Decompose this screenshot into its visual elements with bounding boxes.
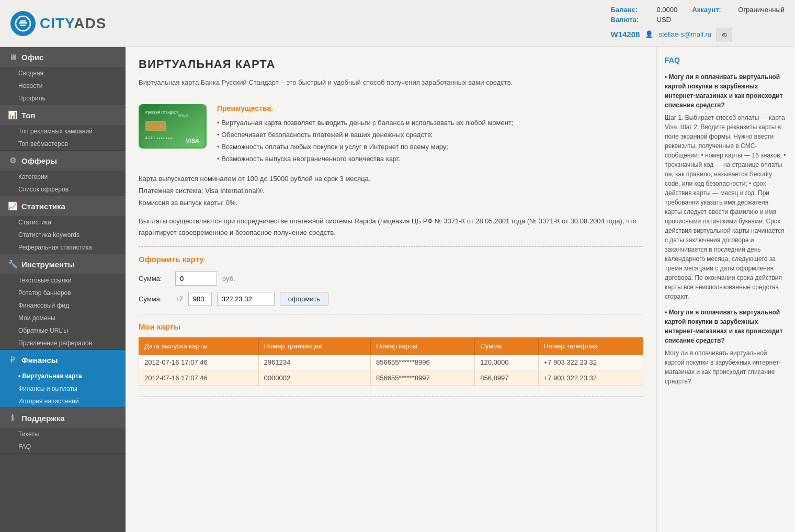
table-cell: 2012-07-16 17:07:46	[139, 354, 259, 370]
table-cell: 120,0000	[475, 354, 538, 370]
sidebar-item-referral-statistics[interactable]: Реферальная статистика	[0, 241, 126, 254]
form-row-amount: Сумма: руб.	[139, 271, 643, 286]
header: CITYADS Баланс: 0.0000 Аккаунт: Ограниче…	[0, 0, 795, 47]
sidebar-item-referrals[interactable]: Привлечение рефералов	[0, 337, 126, 349]
phone-prefix: +7	[175, 295, 183, 303]
statistics-icon: 📈	[8, 201, 17, 211]
office-icon: 🖥	[8, 52, 17, 62]
advantage-item: Виртуальная карта позволяет выводить ден…	[217, 117, 513, 129]
table-cell: 856655******8996	[370, 354, 474, 370]
separator-2	[139, 246, 643, 247]
sidebar-item-tickets[interactable]: Тикеты	[0, 428, 126, 440]
advantages-title: Преимущества.	[217, 104, 513, 112]
sidebar-item-statistics-keywords[interactable]: Статистика keywords	[0, 229, 126, 241]
currency-value: USD	[657, 16, 671, 24]
logo-area: CITYADS	[10, 11, 611, 36]
svg-text:Русский Стандарт: Русский Стандарт	[145, 110, 178, 115]
form-row-phone: Сумма: +7 оформить	[139, 292, 643, 306]
page-subtitle: Виртуальная карта Банка Русский Стандарт…	[139, 77, 643, 88]
table-cell: 856,8997	[475, 370, 538, 386]
support-label: Поддержка	[21, 414, 65, 423]
sidebar-item-faq[interactable]: FAQ	[0, 440, 126, 453]
statistics-label: Статистика	[21, 202, 65, 211]
card-info: Карта выпускается номиналом от 100 до 15…	[139, 173, 643, 209]
logo-text: CITYADS	[40, 15, 106, 32]
table-row: 2012-07-16 17:07:462961234856655******89…	[139, 354, 643, 370]
sidebar-item-top-campaigns[interactable]: Топ рекламных кампаний	[0, 125, 126, 138]
sidebar-section-offers: ⚙ Офферы Категории Список офферов	[0, 151, 126, 196]
faq-title: FAQ	[665, 55, 787, 66]
my-cards-title: Мои карты	[139, 322, 643, 331]
advantages-section: Русский Стандарт 4111 •••• •••• VISA Vir…	[139, 104, 643, 165]
table-header-cell: Сумма	[475, 337, 538, 354]
sidebar-section-support: ℹ Поддержка Тикеты FAQ	[0, 408, 126, 454]
sidebar-item-top-webmasters[interactable]: Топ вебмастеров	[0, 138, 126, 150]
balance-label: Баланс:	[611, 6, 653, 14]
sidebar-item-banner-rotator[interactable]: Ротатор баннеров	[0, 287, 126, 299]
advantage-item: Возможность выпуска неограниченного коли…	[217, 153, 513, 165]
sidebar-section-tools: 🔧 Инструменты Текстовые ссылки Ротатор б…	[0, 254, 126, 350]
table-header-cell: Дата выпуска карты	[139, 337, 259, 354]
advantages-list: Виртуальная карта позволяет выводить ден…	[217, 117, 513, 165]
page-title: ВИРТУАЛЬНАЯ КАРТА	[139, 58, 643, 71]
user-email-link[interactable]: stellae-s@mail.ru	[658, 30, 711, 38]
table-row: 2012-07-16 17:07:460000002856655******89…	[139, 370, 643, 386]
top-label: Топ	[21, 111, 35, 120]
logo-icon	[10, 11, 36, 36]
faq-answer: Шаг 1. Выбирает способ оплаты — карта Vi…	[665, 113, 787, 301]
tools-icon: 🔧	[8, 259, 17, 269]
sidebar-item-news[interactable]: Новости	[0, 80, 126, 92]
sidebar-item-text-links[interactable]: Текстовые ссылки	[0, 274, 126, 287]
svg-text:4111 •••• ••••: 4111 •••• ••••	[145, 136, 173, 140]
sidebar-item-accrual-history[interactable]: История начислений	[0, 395, 126, 408]
submit-card-button[interactable]: оформить	[280, 292, 328, 306]
advantage-item: Возможность оплаты любых покупок и услуг…	[217, 141, 513, 153]
faq-question: • Могу ли я оплачивать виртуальной карто…	[665, 308, 787, 345]
svg-rect-2	[20, 20, 26, 22]
sidebar-item-financial-feed[interactable]: Финансовый фид	[0, 299, 126, 312]
table-header-cell: Номер транзакции	[258, 337, 370, 354]
order-card-title: Оформить карту	[139, 255, 643, 264]
form-sum-label: Сумма:	[139, 275, 170, 282]
logout-icon: ⎋	[722, 30, 726, 39]
account-label: Аккаунт:	[692, 6, 734, 14]
support-icon: ℹ	[8, 413, 17, 423]
sidebar-section-title-tools[interactable]: 🔧 Инструменты	[0, 254, 126, 274]
sidebar-item-offers-list[interactable]: Список офферов	[0, 183, 126, 196]
sidebar-item-categories[interactable]: Категории	[0, 171, 126, 183]
logout-button[interactable]: ⎋	[717, 28, 732, 41]
sidebar-item-dashboard[interactable]: Сводная	[0, 67, 126, 80]
currency-label: Валюта:	[611, 16, 653, 24]
card-image: Русский Стандарт 4111 •••• •••• VISA Vir…	[139, 104, 207, 149]
sidebar-item-profile[interactable]: Профиль	[0, 92, 126, 105]
sidebar-item-my-domains[interactable]: Мои домены	[0, 312, 126, 324]
table-cell: 2012-07-16 17:07:46	[139, 370, 259, 386]
svg-rect-3	[20, 25, 26, 26]
sidebar-section-title-finances[interactable]: ₽ Финансы	[0, 350, 126, 370]
sidebar-section-title-office[interactable]: 🖥 Офис	[0, 47, 126, 67]
table-header-cell: Номер карты	[370, 337, 474, 354]
cards-table-header: Дата выпуска картыНомер транзакцииНомер …	[139, 337, 643, 354]
sidebar-section-title-offers[interactable]: ⚙ Офферы	[0, 151, 126, 171]
faq-sidebar: FAQ • Могу ли я оплачивать виртуальной к…	[656, 47, 795, 532]
amount-input[interactable]	[175, 271, 217, 286]
separator-1	[139, 96, 643, 96]
svg-rect-1	[19, 22, 27, 24]
sidebar-item-statistics[interactable]: Статистика	[0, 216, 126, 229]
user-icon: 👤	[645, 30, 653, 38]
sidebar-item-virtual-card[interactable]: Виртуальная карта	[0, 370, 126, 382]
sidebar-section-title-statistics[interactable]: 📈 Статистика	[0, 196, 126, 216]
office-label: Офис	[21, 53, 43, 62]
finances-icon: ₽	[8, 355, 17, 365]
svg-rect-8	[146, 127, 165, 130]
sidebar-item-reverse-urls[interactable]: Обратные URL'ы	[0, 324, 126, 337]
sidebar-item-finances[interactable]: Финансы и выплаты	[0, 382, 126, 395]
top-icon: 📊	[8, 110, 17, 120]
cards-table-body: 2012-07-16 17:07:462961234856655******89…	[139, 354, 643, 386]
sidebar-section-title-support[interactable]: ℹ Поддержка	[0, 408, 126, 428]
sidebar-section-title-top[interactable]: 📊 Топ	[0, 105, 126, 125]
phone-code-input[interactable]	[188, 292, 212, 306]
header-right: Баланс: 0.0000 Аккаунт: Ограниченный Вал…	[611, 6, 785, 41]
phone-number-input[interactable]	[217, 292, 275, 306]
table-cell: 2961234	[258, 354, 370, 370]
